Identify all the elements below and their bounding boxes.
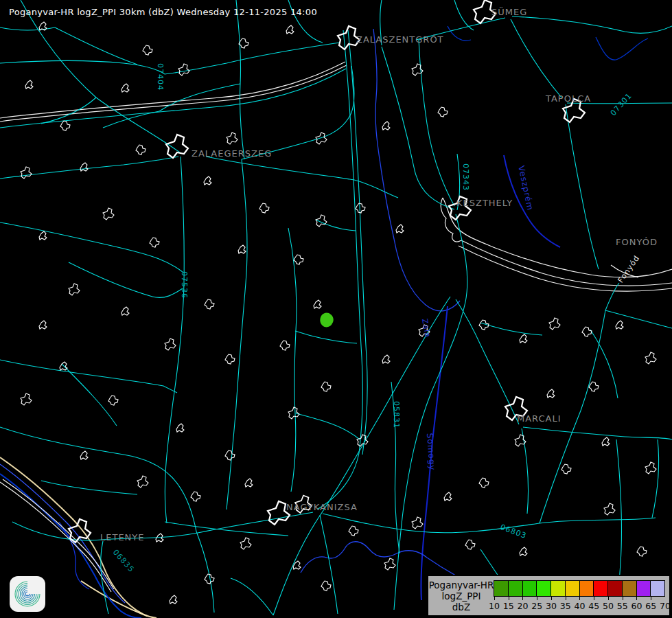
legend-tick-label: 15 xyxy=(503,601,514,611)
legend-swatch xyxy=(607,580,623,597)
legend-swatch xyxy=(565,580,580,597)
legend-swatch xyxy=(579,580,594,597)
legend-swatch xyxy=(650,580,665,597)
radar-screen: Poganyvar-HR logZ_PPI 30km (dbZ) Wednesd… xyxy=(0,0,672,618)
legend-tick-label: 50 xyxy=(603,601,614,611)
legend-scale: 10152025303540455055606570 xyxy=(494,576,669,615)
road-label-07404: 07404 xyxy=(156,63,165,91)
spiral-icon xyxy=(12,579,43,609)
legend-tick-label: 45 xyxy=(588,601,599,611)
city-label-marcali: MARCALI xyxy=(517,413,561,424)
radar-map xyxy=(0,0,672,618)
legend-swatch xyxy=(536,580,551,597)
legend-swatch xyxy=(622,580,637,597)
dbz-legend: Poganyvar-HR logZ_PPI dbZ 10152025303540… xyxy=(427,575,671,617)
hungaromet-logo xyxy=(10,576,45,612)
city-label-letenye: LETENYE xyxy=(100,532,145,542)
precipitation-echo xyxy=(320,313,333,328)
city-label-zalaegerszeg: ZALAEGERSZEG xyxy=(192,148,272,159)
legend-tick-label: 25 xyxy=(531,601,542,611)
city-label-fonyod: FONYÓD xyxy=(616,237,658,247)
city-label-keszthely: KESZTHELY xyxy=(456,198,513,208)
legend-swatch xyxy=(494,580,509,597)
legend-title-line3: dbZ xyxy=(452,602,470,613)
road-label-07343: 07343 xyxy=(461,163,470,191)
legend-tick-label: 40 xyxy=(575,601,586,611)
legend-swatch xyxy=(551,580,566,597)
legend-swatches xyxy=(494,580,665,597)
city-label-nagykanizsa: NAGYKANIZSA xyxy=(286,502,358,512)
legend-swatch xyxy=(508,580,523,597)
city-label-zalaszentgrot: ZALASZENTGRÓT xyxy=(356,34,444,45)
legend-swatch xyxy=(636,580,651,597)
legend-title-line2: logZ_PPI xyxy=(442,591,481,602)
legend-tick-label: 70 xyxy=(660,601,671,611)
legend-tick-label: 60 xyxy=(632,601,642,611)
city-label-tapolca: TAPOLCA xyxy=(546,93,591,104)
city-label-sumeg: SÜMEG xyxy=(491,7,527,17)
legend-swatch xyxy=(593,580,608,597)
road-label-05831: 05831 xyxy=(392,401,401,428)
legend-tick-label: 20 xyxy=(518,601,529,611)
legend-title: Poganyvar-HR logZ_PPI dbZ xyxy=(428,576,494,615)
legend-swatch xyxy=(522,580,537,597)
legend-tick-label: 35 xyxy=(560,601,571,611)
road-network xyxy=(0,0,672,615)
road-label-07536: 07536 xyxy=(180,271,189,299)
legend-tick-label: 55 xyxy=(617,601,628,611)
legend-title-line1: Poganyvar-HR xyxy=(429,580,494,591)
legend-tick-label: 30 xyxy=(546,601,557,611)
radar-title: Poganyvar-HR logZ_PPI 30km (dbZ) Wednesd… xyxy=(9,7,317,17)
legend-tick-label: 10 xyxy=(489,601,500,611)
legend-ticks: 10152025303540455055606570 xyxy=(494,600,665,611)
village-outlines xyxy=(21,0,656,604)
legend-tick-label: 65 xyxy=(645,601,656,611)
